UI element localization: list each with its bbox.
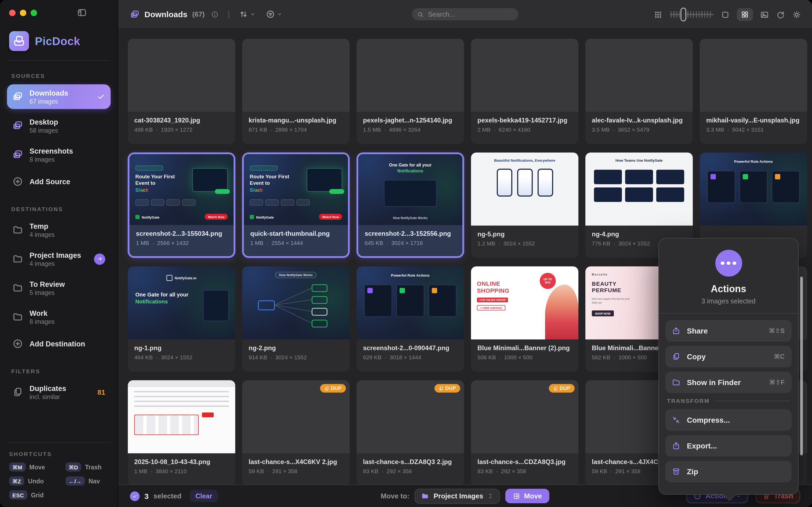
image-card-2025-10-08-10-43-43-png[interactable]: 2025-10-08_10-43-43.png 1 MB · 3840 × 21… bbox=[128, 380, 235, 485]
photos-icon bbox=[12, 91, 23, 102]
image-card-last-chance-s-cdza8q3-jpg[interactable]: DUP last-chance-s...CDZA8Q3.jpg 83 KB · … bbox=[471, 380, 578, 485]
image-thumbnail: One Gate for all yourNotifications How N… bbox=[358, 154, 462, 225]
menu-item-label: Zip bbox=[687, 467, 792, 476]
gallery-view-icon[interactable] bbox=[760, 10, 769, 19]
page-title: Downloads bbox=[144, 10, 187, 19]
go-to-folder-icon[interactable] bbox=[94, 253, 105, 265]
menu-item-compress-[interactable]: Compress... bbox=[665, 409, 792, 431]
thumbnail-size-slider[interactable] bbox=[670, 7, 714, 21]
selection-info: 3 selected Clear bbox=[130, 490, 218, 502]
filter-control[interactable] bbox=[266, 10, 283, 19]
sidebar-item-work[interactable]: Work8 images bbox=[7, 304, 111, 329]
search-icon bbox=[417, 11, 424, 17]
image-card-quick-start-thumbnail-png[interactable]: Route Your FirstEvent toSlack NotifyGate… bbox=[242, 153, 350, 258]
small-grid-icon bbox=[653, 10, 663, 19]
search-box[interactable] bbox=[412, 8, 518, 20]
menu-item-copy[interactable]: Copy⌘C bbox=[665, 346, 792, 368]
image-card-pexels-jaghet-n-1254140-jpg[interactable]: pexels-jaghet...n-1254140.jpg 1.5 MB · 4… bbox=[357, 39, 464, 144]
selected-check-icon bbox=[130, 491, 139, 501]
sidebar-item-to-review[interactable]: To Review5 images bbox=[7, 276, 111, 300]
image-caption: ng-2.png 914 KB · 3024 × 1552 bbox=[242, 339, 350, 360]
image-card-ng-1-png[interactable]: NotifyGate.io One Gate for all yourNotif… bbox=[128, 266, 235, 372]
folder-icon bbox=[672, 378, 681, 387]
sidebar-toggle-icon[interactable] bbox=[77, 7, 87, 18]
menu-item-export-[interactable]: Export... bbox=[665, 435, 792, 456]
move-arrow-icon bbox=[513, 492, 520, 500]
slider-thumb[interactable] bbox=[681, 7, 686, 21]
sidebar-item-sublabel: 4 images bbox=[30, 260, 81, 267]
image-meta: 1 MB · 3840 × 2110 bbox=[134, 468, 229, 474]
image-meta: 464 KB · 3024 × 1552 bbox=[134, 354, 229, 360]
image-thumbnail: How Teams Use NotifyGate bbox=[585, 153, 693, 226]
move-button[interactable]: Move bbox=[505, 489, 549, 503]
sort-control[interactable] bbox=[239, 10, 255, 19]
image-card-mikhail-vasily-e-unsplash-jpg[interactable]: mikhail-vasily...E-unsplash.jpg 3.3 MB ·… bbox=[700, 39, 807, 144]
sidebar-item-duplicates[interactable]: Duplicatesincl. similar81 bbox=[7, 380, 111, 404]
image-filename: last-chance-s...DZA8Q3 2.jpg bbox=[363, 458, 458, 466]
sidebar-item-screenshots[interactable]: Screenshots8 images bbox=[7, 142, 111, 167]
zoom-button[interactable] bbox=[31, 9, 37, 16]
menu-item-label: Export... bbox=[687, 442, 792, 450]
clear-selection-button[interactable]: Clear bbox=[189, 490, 218, 502]
selected-label: selected bbox=[154, 492, 181, 500]
sidebar-item-label: Add Destination bbox=[30, 340, 85, 348]
menu-item-shortcut: ⌘C bbox=[774, 353, 785, 360]
plus-circle-icon bbox=[12, 176, 23, 187]
shortcut-label: Nav bbox=[89, 478, 100, 484]
menu-item-label: Show in Finder bbox=[687, 378, 769, 387]
shortcuts-section-label: SHORTCUTS bbox=[9, 451, 109, 457]
grid-view-button[interactable] bbox=[737, 8, 753, 21]
sidebar-item-downloads[interactable]: Downloads67 images bbox=[7, 84, 111, 109]
image-thumbnail: NotifyGate.io One Gate for all yourNotif… bbox=[128, 266, 235, 339]
picdock-window: PicDock SOURCES Downloads67 images Deskt… bbox=[0, 0, 812, 507]
image-card-last-chance-s-dza8q3-2-jpg[interactable]: DUP last-chance-s...DZA8Q3 2.jpg 83 KB ·… bbox=[357, 380, 464, 485]
sidebar-item-sublabel: 58 images bbox=[30, 127, 58, 133]
info-icon[interactable] bbox=[211, 10, 219, 18]
menu-item-label: Copy bbox=[687, 352, 774, 361]
close-button[interactable] bbox=[9, 9, 15, 16]
image-card-screenshot-2-3-155034-png[interactable]: Route Your FirstEvent toSlack NotifyGate… bbox=[128, 153, 235, 258]
image-meta: 488 KB · 1920 × 1272 bbox=[134, 126, 229, 133]
shortcut-label: Undo bbox=[28, 478, 44, 484]
actions-popup-body: Share⌘⇧S Copy⌘C Show in Finder⌘⇧F TRANSF… bbox=[659, 314, 798, 494]
shortcut-label: Grid bbox=[31, 492, 44, 498]
image-filename: alec-favale-Iv...k-unsplash.jpg bbox=[592, 117, 686, 124]
menu-item-show-in-finder[interactable]: Show in Finder⌘⇧F bbox=[665, 372, 792, 393]
image-card-screenshot-2-0-090447-png[interactable]: Powerful Rule Actions screenshot-2...0-0… bbox=[357, 266, 464, 372]
search-input[interactable] bbox=[427, 10, 513, 18]
sidebar-item-label: Screenshots bbox=[30, 147, 73, 155]
image-filename: last-chance-s...X4C6KV 2.jpg bbox=[249, 458, 343, 466]
image-card-cat-3038243-1920-jpg[interactable]: cat-3038243_1920.jpg 488 KB · 1920 × 127… bbox=[128, 39, 235, 144]
ellipsis-icon bbox=[715, 250, 742, 277]
move-to-label: Move to: bbox=[381, 492, 409, 500]
sidebar-item-desktop[interactable]: Desktop58 images bbox=[7, 113, 111, 138]
minimize-button[interactable] bbox=[20, 9, 26, 16]
menu-item-share[interactable]: Share⌘⇧S bbox=[665, 320, 792, 342]
sidebar-item-add-source[interactable]: Add Source bbox=[7, 171, 111, 192]
sidebar-item-label: Desktop bbox=[30, 118, 58, 126]
image-card-ng-5-png[interactable]: Beautiful Notifications, Everywhere ng-5… bbox=[471, 153, 578, 258]
chevron-down-icon bbox=[250, 11, 255, 17]
gear-icon[interactable] bbox=[792, 10, 801, 19]
refresh-icon[interactable] bbox=[776, 10, 785, 19]
image-card-last-chance-s-x4c6kv-2-jpg[interactable]: DUP last-chance-s...X4C6KV 2.jpg 59 KB ·… bbox=[242, 380, 350, 485]
image-card-krista-mangu-unsplash-jpg[interactable]: krista-mangu...-unsplash.jpg 871 KB · 28… bbox=[242, 39, 350, 144]
sidebar-item-temp[interactable]: Temp4 images bbox=[7, 218, 111, 242]
image-meta: 1.5 MB · 4896 × 3264 bbox=[363, 126, 458, 133]
image-card-screenshot-2-3-152556-png[interactable]: One Gate for all yourNotifications How N… bbox=[357, 153, 464, 258]
image-caption: last-chance-s...X4C6KV 2.jpg 59 KB · 291… bbox=[242, 453, 350, 474]
menu-item-zip[interactable]: Zip bbox=[665, 461, 792, 482]
pages-icon bbox=[439, 386, 444, 391]
shortcut-trash: ⌘D Trash bbox=[65, 462, 109, 471]
image-card-alec-favale-iv-k-unsplash-jpg[interactable]: alec-favale-Iv...k-unsplash.jpg 3.5 MB ·… bbox=[585, 39, 693, 144]
scrollbar[interactable] bbox=[800, 277, 803, 455]
image-card-pexels-bekka419-1452717-jpg[interactable]: pexels-bekka419-1452717.jpg 2 MB · 6240 … bbox=[471, 39, 578, 144]
destination-dropdown[interactable]: Project Images bbox=[415, 489, 500, 504]
sidebar-item-add-destination[interactable]: Add Destination bbox=[7, 334, 111, 354]
image-card-blue-minimali-banner-2-png[interactable]: ONLINESHOPPINGFOR ONLINE ORDER + FREE SH… bbox=[471, 266, 578, 372]
sidebar-item-label: Work bbox=[30, 309, 55, 317]
sidebar-item-project-images[interactable]: Project Images4 images bbox=[7, 246, 111, 271]
image-card-ng-2-png[interactable]: How NotifyGate Works ng-2.png 914 KB · 3… bbox=[242, 266, 350, 372]
pages-icon bbox=[325, 386, 329, 391]
large-tile-icon[interactable] bbox=[721, 10, 730, 19]
